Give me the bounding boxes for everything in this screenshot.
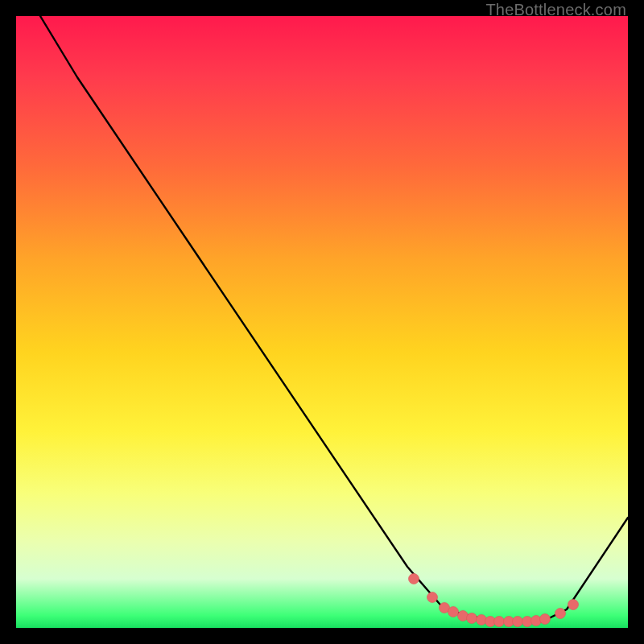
marker-group xyxy=(409,574,579,627)
marker-dot xyxy=(494,617,505,627)
chart-line xyxy=(40,16,628,621)
marker-dot xyxy=(555,609,566,619)
marker-dot xyxy=(409,574,419,584)
marker-dot xyxy=(540,614,551,625)
marker-dot xyxy=(448,607,459,617)
marker-dot xyxy=(427,592,438,603)
chart-frame: TheBottleneck.com xyxy=(0,0,644,644)
plot-area xyxy=(16,16,628,628)
chart-svg xyxy=(16,16,628,628)
marker-dot xyxy=(568,600,579,610)
marker-dot xyxy=(467,613,477,624)
marker-dot xyxy=(513,617,523,627)
watermark-text: TheBottleneck.com xyxy=(485,1,626,19)
